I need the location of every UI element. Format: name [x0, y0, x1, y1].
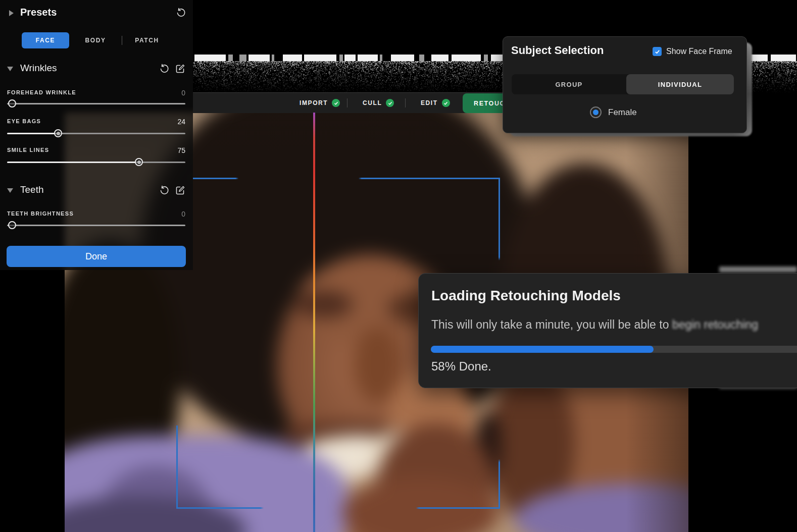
cull-complete-check-icon [386, 99, 394, 107]
wrinkles-collapse-caret-icon[interactable] [7, 67, 13, 71]
teeth-edit-icon[interactable] [175, 185, 185, 196]
forehead-wrinkle-slider[interactable] [7, 103, 185, 104]
thumbnail-bar [771, 55, 796, 61]
presets-collapse-caret-icon[interactable] [9, 10, 14, 16]
step-cull-label: CULL [363, 99, 382, 107]
thumbnail-bar [272, 55, 274, 61]
subject-selection-title: Subject Selection [511, 44, 604, 57]
show-face-frame-checkbox[interactable] [653, 47, 662, 56]
thumbnail-bar [228, 55, 233, 61]
face-frame-top [192, 178, 500, 179]
done-button[interactable]: Done [7, 246, 186, 267]
tab-face[interactable]: FACE [22, 32, 69, 48]
show-face-frame-label: Show Face Frame [666, 47, 732, 56]
face-frame-left [176, 425, 178, 509]
thumbnail-bar [419, 55, 424, 61]
split-divider-line[interactable] [313, 113, 315, 532]
step-edit[interactable]: EDIT [421, 93, 450, 113]
thumbnail-bar [339, 55, 343, 61]
import-complete-check-icon [332, 99, 340, 107]
eye-bags-label: EYE BAGS [7, 118, 41, 124]
tab-patch[interactable]: PATCH [130, 32, 164, 48]
smile-lines-label: SMILE LINES [7, 147, 49, 153]
thumbnail-bar [391, 55, 414, 61]
thumbnail-bar [344, 55, 356, 61]
step-import[interactable]: IMPORT [300, 93, 340, 113]
presets-title: Presets [20, 7, 57, 18]
eye-bags-value: 24 [177, 118, 185, 126]
subject-selection-panel: Subject Selection Show Face Frame GROUP … [503, 36, 747, 133]
teeth-brightness-slider[interactable] [7, 225, 185, 226]
step-import-label: IMPORT [300, 99, 328, 107]
thumbnail-bar [358, 55, 378, 61]
tab-individual[interactable]: INDIVIDUAL [626, 74, 734, 94]
teeth-reset-icon[interactable] [159, 185, 170, 196]
female-radio-label: Female [608, 108, 637, 118]
loading-progress-bar [431, 346, 797, 353]
dialog-blur-streak-top [719, 267, 797, 273]
thumbnail-bar [452, 55, 481, 61]
wrinkles-edit-icon[interactable] [175, 64, 185, 74]
thumbnail-bar [248, 55, 270, 61]
smile-lines-value: 75 [177, 146, 185, 154]
teeth-section-title: Teeth [20, 184, 43, 195]
thumbnail-bar [194, 55, 226, 61]
wrinkles-section-title: Wrinkles [20, 63, 57, 74]
smile-lines-slider[interactable] [7, 162, 185, 163]
eye-bags-slider[interactable] [7, 133, 185, 134]
loading-progress-fill [431, 346, 654, 353]
teeth-brightness-value: 0 [181, 210, 185, 218]
female-radio[interactable] [590, 107, 602, 118]
app-window: IMPORT CULL EDIT RETOUCH Presets [0, 0, 797, 532]
forehead-wrinkle-value: 0 [181, 89, 185, 97]
tab-group[interactable]: GROUP [512, 74, 626, 94]
forehead-wrinkle-label: FOREHEAD WRINKLE [7, 89, 76, 95]
face-frame-bottom [176, 507, 500, 509]
thumbnail-bar [751, 55, 768, 61]
step-cull[interactable]: CULL [363, 93, 394, 113]
loading-dialog-message: This will only take a minute, you will b… [431, 318, 758, 332]
loading-progress-status: 58% Done. [431, 359, 491, 374]
tab-body[interactable]: BODY [79, 32, 112, 48]
thumbnail-bar [283, 55, 302, 61]
thumbnail-bar [239, 55, 246, 61]
edit-complete-check-icon [442, 99, 450, 107]
teeth-collapse-caret-icon[interactable] [7, 188, 13, 193]
thumbnail-bar [431, 55, 449, 61]
wrinkles-reset-icon[interactable] [159, 64, 170, 74]
loading-dialog: Loading Retouching Models This will only… [418, 273, 797, 388]
teeth-brightness-label: TEETH BRIGHTNESS [7, 210, 74, 217]
thumbnail-bar [304, 55, 336, 61]
loading-dialog-title: Loading Retouching Models [431, 288, 621, 304]
loading-dialog-message-blurred: begin retouching [672, 318, 758, 331]
subject-mode-segmented-control: GROUP INDIVIDUAL [512, 74, 734, 94]
thumbnail-bar [380, 55, 382, 61]
presets-reset-icon[interactable] [176, 8, 186, 18]
presets-panel: Presets FACE BODY PATCH Wrinkles FOREHEA… [0, 0, 193, 270]
step-edit-label: EDIT [421, 99, 438, 107]
thumbnail-bar [484, 55, 488, 61]
